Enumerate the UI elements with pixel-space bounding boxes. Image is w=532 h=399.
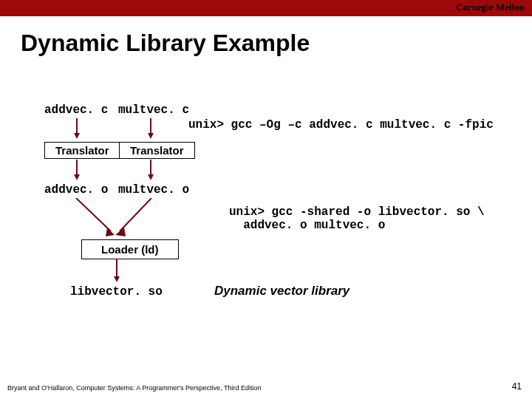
svg-marker-5 [74,174,80,180]
cmd-link-2: addvec. o multvec. o [229,219,385,232]
arrow-icon [146,118,155,140]
svg-line-8 [76,198,111,231]
file-addvec-c: addvec. c [44,103,108,117]
svg-marker-1 [74,133,80,139]
arrow-icon [146,160,155,182]
svg-line-10 [120,198,151,231]
arrow-icon [72,160,81,182]
diagram: addvec. c multvec. c unix> gcc –Og –c ad… [0,89,532,355]
file-multvec-o: multvec. o [118,183,189,197]
file-multvec-c: multvec. c [118,103,189,117]
box-loader: Loader (ld) [81,239,179,259]
footer-page: 41 [512,381,522,392]
svg-marker-11 [115,228,126,236]
cmd-link-1: unix> gcc -shared -o libvector. so \ [229,205,485,219]
slide-title: Dynamic Library Example [21,30,532,57]
org-label: Carnegie Mellon [456,1,525,13]
svg-marker-3 [148,133,154,139]
file-addvec-o: addvec. o [44,183,108,197]
footer-credits: Bryant and O'Hallaron, Computer Systems:… [7,384,261,392]
svg-marker-7 [148,174,154,180]
header-bar: Carnegie Mellon [0,0,532,16]
box-translator-1: Translator [44,142,120,159]
svg-marker-13 [114,276,120,282]
box-translator-2: Translator [119,142,195,159]
cmd-compile: unix> gcc –Og –c addvec. c multvec. c -f… [188,118,494,132]
arrow-icon [112,259,121,284]
note-dynlib: Dynamic vector library [214,284,349,299]
arrow-icon [72,118,81,140]
file-libvector-so: libvector. so [70,285,163,299]
arrow-icon [111,198,163,242]
